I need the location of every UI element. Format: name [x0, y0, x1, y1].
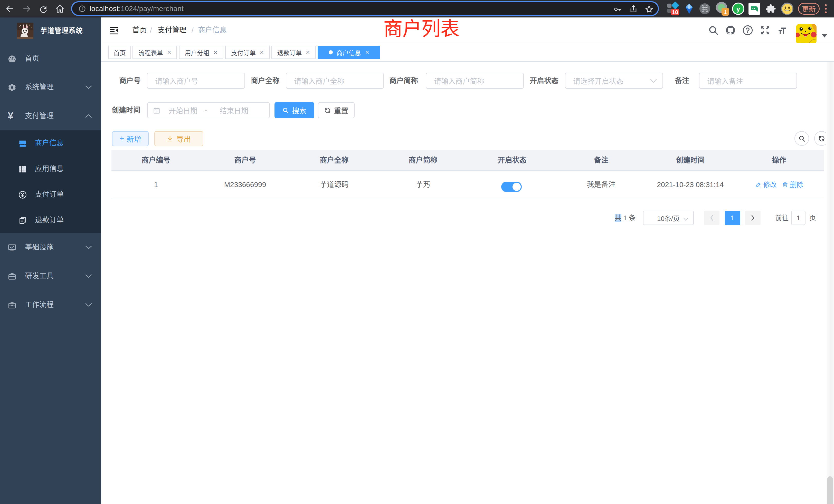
svg-text:y: y [737, 5, 740, 13]
svg-text:10: 10 [672, 9, 678, 16]
svg-text:⌘: ⌘ [702, 5, 708, 13]
svg-text:1: 1 [724, 9, 727, 15]
